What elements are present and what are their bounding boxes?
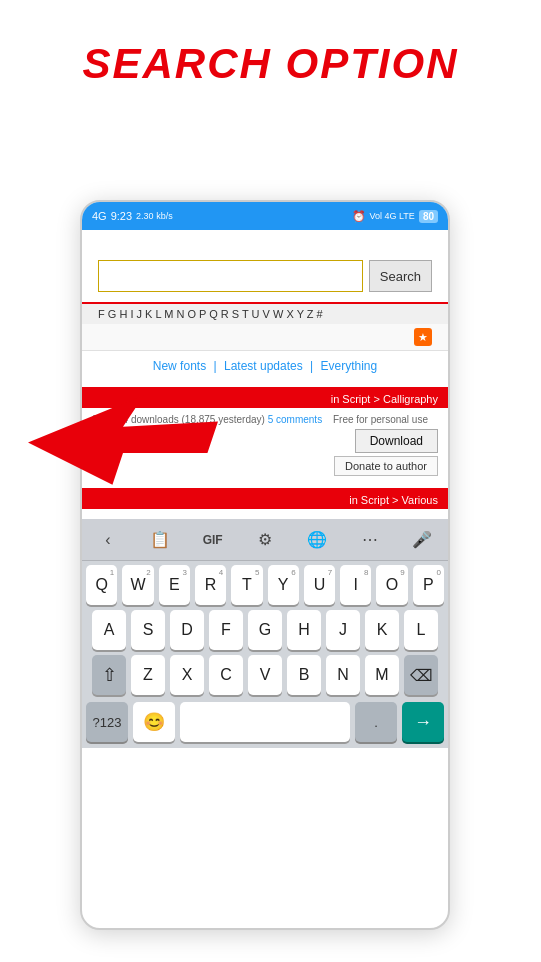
alphabet-bar: F G H I J K L M N O P Q R S T U V W X Y … [82,302,448,324]
kb-key-v[interactable]: V [248,655,282,695]
nav-sep-1: | [213,359,216,373]
phone-content: Search F G H I J K L M N O P Q R S T U V… [82,230,448,748]
font-card-1-meta: 290,974 downloads (18,875 yesterday) 5 c… [92,414,438,425]
page-title: SEARCH OPTION [0,0,541,108]
kb-rows: Q1 W2 E3 R4 T5 Y6 U7 I8 O9 P0 A S D F [82,561,448,702]
network-signal: 4G [92,210,107,222]
kb-key-q[interactable]: Q1 [86,565,117,605]
keyboard: ‹ 📋 GIF ⚙ 🌐 ⋯ 🎤 Q1 W2 E3 R4 T5 Y6 U7 I [82,519,448,748]
kb-key-c[interactable]: C [209,655,243,695]
kb-row-2: A S D F G H J K L [86,610,444,650]
kb-key-j[interactable]: J [326,610,360,650]
kb-period-key[interactable]: . [355,702,397,742]
kb-key-o[interactable]: O9 [376,565,407,605]
kb-key-z[interactable]: Z [131,655,165,695]
donate-button[interactable]: Donate to author [334,456,438,476]
rss-icon: ★ [414,328,432,346]
license-text: Free for personal use [333,414,428,425]
status-left: 4G 9:23 2.30 kb/s [92,210,173,222]
keyboard-toolbar: ‹ 📋 GIF ⚙ 🌐 ⋯ 🎤 [82,519,448,561]
kb-back-icon[interactable]: ‹ [90,522,126,558]
kb-key-a[interactable]: A [92,610,126,650]
status-right: ⏰ Vol 4G LTE 80 [352,210,438,223]
status-bar: 4G 9:23 2.30 kb/s ⏰ Vol 4G LTE 80 [82,202,448,230]
font-card-1-actions: Download Donate to author [92,429,438,476]
comments-link[interactable]: 5 comments [268,414,322,425]
kb-clipboard-icon[interactable]: 📋 [142,522,178,558]
search-area: Search [82,230,448,302]
kb-shift-key[interactable]: ⇧ [92,655,126,695]
kb-key-s[interactable]: S [131,610,165,650]
kb-key-h[interactable]: H [287,610,321,650]
kb-backspace-key[interactable]: ⌫ [404,655,438,695]
font-card-1-header: in Script > Calligraphy [82,390,448,408]
kb-translate-icon[interactable]: 🌐 [299,522,335,558]
status-time: 9:23 [111,210,132,222]
download-button[interactable]: Download [355,429,438,453]
kb-enter-key[interactable]: → [402,702,444,742]
kb-key-w[interactable]: W2 [122,565,153,605]
kb-key-y[interactable]: Y6 [268,565,299,605]
download-count: 290,974 downloads (18,875 yesterday) [92,414,265,425]
kb-key-m[interactable]: M [365,655,399,695]
signal-text: Vol 4G LTE [370,211,415,221]
kb-key-r[interactable]: R4 [195,565,226,605]
kb-num-key[interactable]: ?123 [86,702,128,742]
kb-key-n[interactable]: N [326,655,360,695]
status-speed: 2.30 kb/s [136,211,173,221]
kb-more-icon[interactable]: ⋯ [352,522,388,558]
nav-links: New fonts | Latest updates | Everything [82,351,448,381]
kb-key-b[interactable]: B [287,655,321,695]
kb-row-1: Q1 W2 E3 R4 T5 Y6 U7 I8 O9 P0 [86,565,444,605]
kb-key-i[interactable]: I8 [340,565,371,605]
rss-row: ★ [82,324,448,351]
alarm-icon: ⏰ [352,210,366,223]
font-card-2: in Script > Various [82,488,448,509]
battery-badge: 80 [419,210,438,223]
nav-latest[interactable]: Latest updates [224,359,303,373]
kb-key-x[interactable]: X [170,655,204,695]
kb-row-3: ⇧ Z X C V B N M ⌫ [86,655,444,695]
kb-mic-icon[interactable]: 🎤 [404,522,440,558]
kb-key-k[interactable]: K [365,610,399,650]
nav-sep-2: | [310,359,313,373]
font-card-1-body: 290,974 downloads (18,875 yesterday) 5 c… [82,408,448,482]
kb-key-t[interactable]: T5 [231,565,262,605]
kb-key-p[interactable]: P0 [413,565,444,605]
kb-key-g[interactable]: G [248,610,282,650]
font-card-1: in Script > Calligraphy 290,974 download… [82,387,448,482]
kb-key-e[interactable]: E3 [159,565,190,605]
kb-space-key[interactable] [180,702,350,742]
nav-new-fonts[interactable]: New fonts [153,359,206,373]
kb-settings-icon[interactable]: ⚙ [247,522,283,558]
kb-key-u[interactable]: U7 [304,565,335,605]
nav-everything[interactable]: Everything [321,359,378,373]
kb-bottom-row: ?123 😊 . → [82,702,448,748]
kb-key-f[interactable]: F [209,610,243,650]
kb-gif-icon[interactable]: GIF [195,522,231,558]
search-input[interactable] [98,260,363,292]
kb-emoji-key[interactable]: 😊 [133,702,175,742]
font-card-2-header: in Script > Various [82,491,448,509]
phone-frame: 4G 9:23 2.30 kb/s ⏰ Vol 4G LTE 80 Search… [80,200,450,930]
search-button[interactable]: Search [369,260,432,292]
kb-key-d[interactable]: D [170,610,204,650]
kb-key-l[interactable]: L [404,610,438,650]
